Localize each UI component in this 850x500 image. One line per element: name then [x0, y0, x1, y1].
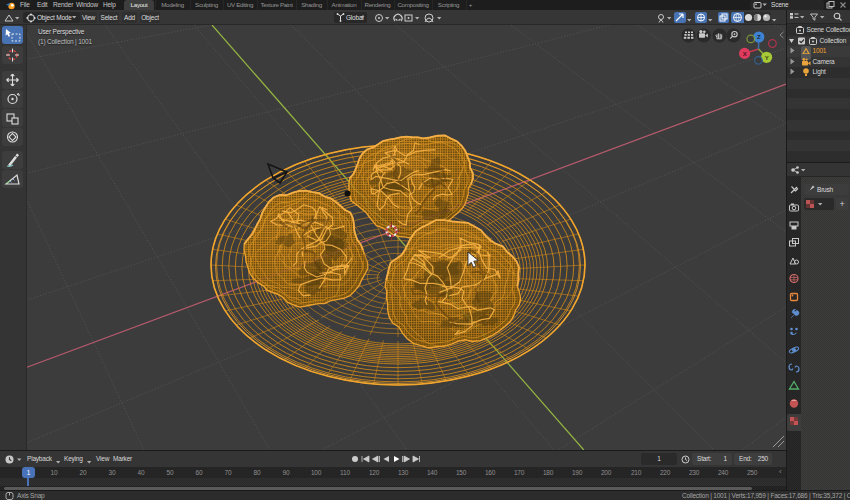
svg-text:X: X	[743, 51, 747, 57]
svg-text:Y: Y	[765, 55, 769, 61]
svg-text:Z: Z	[757, 34, 761, 40]
